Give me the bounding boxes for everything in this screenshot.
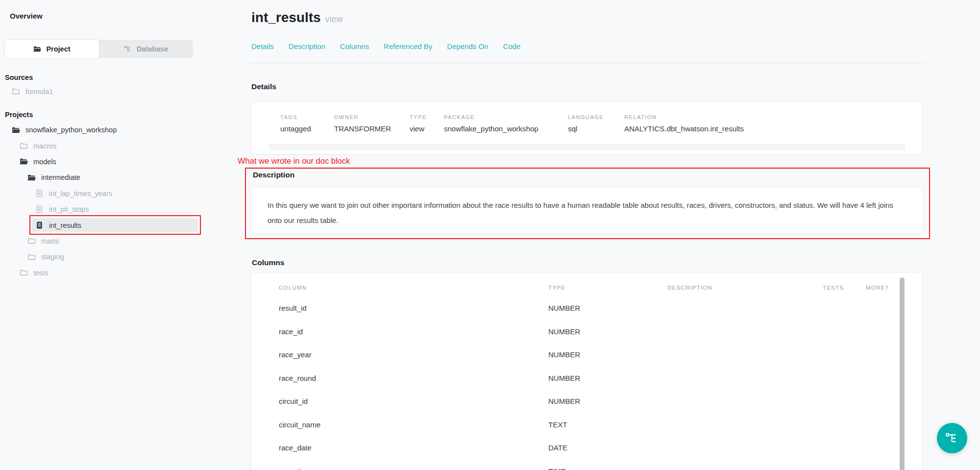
tree-item-label: staging <box>41 253 64 261</box>
sidebar-item-formula1[interactable]: formula1 <box>12 87 53 96</box>
description-section-heading: Description <box>253 171 294 179</box>
columns-table-header: COLUMN TYPE DESCRIPTION TESTS MORE? <box>251 285 922 291</box>
toggle-project-button[interactable]: Project <box>5 40 99 58</box>
tree-item-label: snowflake_python_workshop <box>25 126 117 134</box>
tab-columns[interactable]: Columns <box>340 42 369 50</box>
column-type-cell: NUMBER <box>548 304 667 312</box>
table-row-race-round[interactable]: race_round NUMBER <box>251 367 922 390</box>
description-text: In this query we want to join out other … <box>251 188 923 228</box>
tree-item-label: int_pit_stops <box>49 205 89 213</box>
tree-item-label: macros <box>33 142 57 150</box>
column-name-cell: result_id <box>251 304 548 312</box>
column-name-cell: circuit_id <box>251 397 548 405</box>
column-type-cell: DATE <box>548 444 667 452</box>
column-type-cell: NUMBER <box>548 374 667 382</box>
model-name: int_results <box>251 10 321 25</box>
table-row-result-id[interactable]: result_id NUMBER <box>251 297 922 320</box>
column-type-cell: TEXT <box>548 421 667 429</box>
details-field-package: PACKAGE snowflake_python_workshop <box>444 114 539 133</box>
details-card: TAGS untagged OWNER TRANSFORMER TYPE vie… <box>251 101 923 154</box>
source-label: formula1 <box>25 88 53 96</box>
sidebar-item-marts[interactable]: marts <box>0 233 211 249</box>
folder-open-icon <box>20 157 28 166</box>
field-label: RELATION <box>624 114 744 120</box>
details-field-relation: RELATION ANALYTICS.dbt_hwatson.int_resul… <box>624 114 744 133</box>
folder-open-icon <box>27 173 36 182</box>
field-value: ANALYTICS.dbt_hwatson.int_results <box>624 124 744 133</box>
field-value: untagged <box>280 124 311 133</box>
folder-icon <box>20 269 28 277</box>
toggle-database-button[interactable]: Database <box>99 40 193 58</box>
file-icon <box>35 205 44 214</box>
tab-referenced-by[interactable]: Referenced By <box>384 42 432 50</box>
column-name-cell: race_date <box>251 444 548 452</box>
table-row-race-year[interactable]: race_year NUMBER <box>251 343 922 367</box>
folder-icon <box>20 142 28 150</box>
field-value: snowflake_python_workshop <box>444 124 539 133</box>
table-row-race-id[interactable]: race_id NUMBER <box>251 320 922 344</box>
details-field-type: TYPE view <box>410 114 427 133</box>
column-name-cell: race_round <box>251 374 548 382</box>
overview-heading: Overview <box>10 12 43 20</box>
model-type-badge: view <box>325 14 343 24</box>
lineage-graph-button[interactable] <box>937 423 967 453</box>
column-header-column: COLUMN <box>251 285 548 291</box>
details-field-owner: OWNER TRANSFORMER <box>334 114 391 133</box>
table-row-circuit-name[interactable]: circuit_name TEXT <box>251 413 922 437</box>
folder-icon <box>27 253 36 261</box>
sidebar-item-int-lap-times-years[interactable]: int_lap_times_years <box>0 186 211 201</box>
field-value: sql <box>568 124 604 133</box>
field-label: LANGUAGE <box>568 114 604 120</box>
column-name-cell: race_year <box>251 350 548 359</box>
tab-description[interactable]: Description <box>289 42 325 50</box>
sidebar-item-intermediate[interactable]: intermediate <box>0 170 211 185</box>
table-row-circuit-id[interactable]: circuit_id NUMBER <box>251 390 922 413</box>
sidebar-item-tests[interactable]: tests <box>0 265 211 281</box>
column-type-cell: NUMBER <box>548 350 667 359</box>
sidebar-item-macros[interactable]: macros <box>0 138 211 153</box>
details-footer-strip <box>269 144 906 150</box>
field-label: TAGS <box>280 114 311 120</box>
sources-heading: Sources <box>5 74 33 81</box>
column-type-cell: TIME <box>548 467 667 470</box>
column-type-cell: NUMBER <box>548 327 667 336</box>
annotation-note: What we wrote in our doc block <box>238 156 350 166</box>
column-name-cell: circuit_name <box>251 421 548 429</box>
column-header-description: DESCRIPTION <box>667 285 823 291</box>
details-field-tags: TAGS untagged <box>280 114 311 133</box>
columns-table-body: result_id NUMBER race_id NUMBER race_yea… <box>251 297 922 470</box>
tree-item-label: int_results <box>49 222 81 229</box>
column-type-cell: NUMBER <box>548 397 667 405</box>
view-toggle: Project Database <box>5 40 193 58</box>
tab-details[interactable]: Details <box>251 42 274 50</box>
folder-icon <box>12 87 20 96</box>
table-row-race-date[interactable]: race_date DATE <box>251 436 922 460</box>
tab-code[interactable]: Code <box>503 42 521 50</box>
table-scrollbar-thumb[interactable] <box>900 277 905 470</box>
sidebar-item-models[interactable]: models <box>0 154 211 170</box>
tree-item-label: intermediate <box>41 173 80 181</box>
folder-open-icon <box>12 126 20 134</box>
field-label: PACKAGE <box>444 114 539 120</box>
toggle-database-label: Database <box>137 45 168 53</box>
sidebar-item-snowflake-python-workshop[interactable]: snowflake_python_workshop <box>0 122 211 138</box>
sidebar-item-staging[interactable]: staging <box>0 249 211 265</box>
sidebar-item-int-results[interactable]: int_results <box>0 217 211 233</box>
file-solid-icon <box>35 221 44 229</box>
folder-open-icon <box>33 45 41 53</box>
tab-bar: Details Description Columns Referenced B… <box>251 42 520 50</box>
tree-item-label: models <box>33 158 56 166</box>
project-tree: snowflake_python_workshop macros models … <box>0 122 211 281</box>
file-icon <box>35 189 44 198</box>
columns-section-heading: Columns <box>252 258 284 267</box>
column-name-cell: race_time <box>251 467 548 470</box>
tree-item-label: tests <box>33 269 49 277</box>
sidebar-item-int-pit-stops[interactable]: int_pit_stops <box>0 201 211 217</box>
field-label: OWNER <box>334 114 391 120</box>
header-divider <box>249 63 926 63</box>
column-header-tests: TESTS <box>823 285 866 291</box>
tree-item-label: marts <box>41 237 59 245</box>
lineage-graph-icon <box>945 431 959 445</box>
tab-depends-on[interactable]: Depends On <box>447 42 488 50</box>
table-row-race-time[interactable]: race_time TIME <box>251 460 922 470</box>
